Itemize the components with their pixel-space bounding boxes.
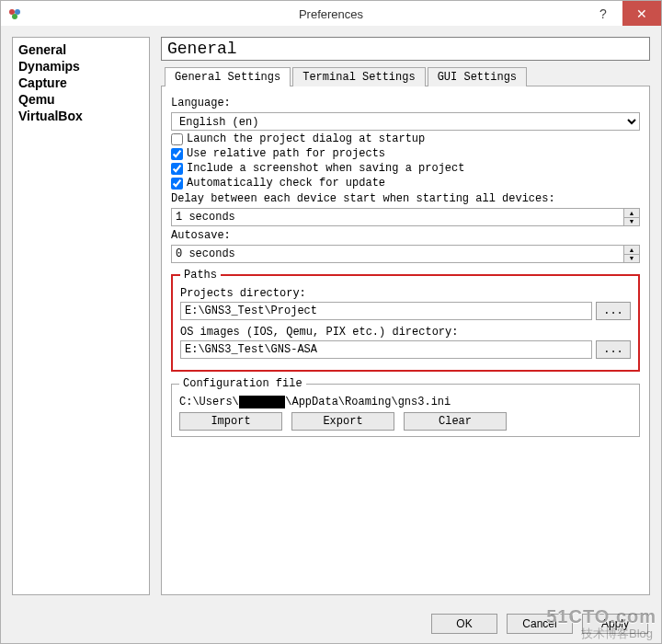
window-title: Preferences	[1, 7, 661, 21]
tab-gui-settings[interactable]: GUI Settings	[428, 67, 527, 86]
category-sidebar: General Dynamips Capture Qemu VirtualBox	[12, 37, 150, 595]
screenshot-checkbox[interactable]	[171, 163, 183, 175]
language-label: Language:	[171, 97, 640, 109]
tab-general-settings[interactable]: General Settings	[165, 67, 291, 86]
config-file-legend: Configuration file	[179, 377, 306, 390]
export-button[interactable]: Export	[291, 412, 394, 431]
update-checkbox[interactable]	[171, 178, 183, 190]
import-button[interactable]: Import	[179, 412, 282, 431]
update-check[interactable]: Automatically check for update	[171, 177, 640, 190]
autosave-down[interactable]: ▼	[624, 255, 639, 263]
ok-button[interactable]: OK	[431, 614, 497, 634]
help-button[interactable]: ?	[584, 1, 622, 27]
clear-button[interactable]: Clear	[404, 412, 507, 431]
watermark-main: 51CTO.com	[546, 606, 656, 627]
tab-bar: General Settings Terminal Settings GUI S…	[165, 66, 650, 86]
config-file-path: C:\Users\xxxxxxx\AppData\Roaming\gns3.in…	[179, 396, 632, 408]
screenshot-label: Include a screenshot when saving a proje…	[187, 162, 464, 175]
sidebar-item-qemu[interactable]: Qemu	[18, 91, 143, 108]
watermark-sub: 技术博客Blog	[581, 626, 653, 642]
delay-label: Delay between each device start when sta…	[171, 192, 640, 205]
close-button[interactable]: ✕	[622, 1, 661, 27]
delay-spinner[interactable]: ▲▼	[171, 208, 640, 226]
projects-dir-input[interactable]	[180, 302, 592, 320]
sidebar-item-dynamips[interactable]: Dynamips	[18, 58, 143, 75]
delay-down[interactable]: ▼	[624, 218, 639, 226]
os-images-dir-label: OS images (IOS, Qemu, PIX etc.) director…	[180, 326, 631, 339]
paths-group: Paths Projects directory: ... OS images …	[171, 269, 640, 372]
tab-terminal-settings[interactable]: Terminal Settings	[292, 67, 425, 86]
tab-pane: Language: English (en) Launch the projec…	[161, 86, 650, 595]
paths-legend: Paths	[180, 269, 221, 282]
titlebar: Preferences ? ✕	[0, 0, 662, 28]
relative-path-check[interactable]: Use relative path for projects	[171, 147, 640, 160]
sidebar-item-virtualbox[interactable]: VirtualBox	[18, 108, 143, 124]
projects-dir-label: Projects directory:	[180, 287, 631, 300]
delay-input[interactable]	[171, 208, 624, 226]
relative-path-label: Use relative path for projects	[187, 147, 385, 160]
dialog-body: General Dynamips Capture Qemu VirtualBox…	[0, 26, 662, 644]
os-images-dir-browse[interactable]: ...	[596, 340, 631, 359]
relative-path-checkbox[interactable]	[171, 148, 183, 160]
content-pane: General General Settings Terminal Settin…	[161, 37, 650, 595]
autosave-label: Autosave:	[171, 229, 640, 242]
os-images-dir-input[interactable]	[180, 340, 592, 359]
config-file-group: Configuration file C:\Users\xxxxxxx\AppD…	[171, 377, 640, 437]
autosave-spinner[interactable]: ▲▼	[171, 245, 640, 263]
sidebar-item-capture[interactable]: Capture	[18, 75, 143, 91]
screenshot-check[interactable]: Include a screenshot when saving a proje…	[171, 162, 640, 175]
projects-dir-browse[interactable]: ...	[596, 302, 631, 320]
launch-dialog-check[interactable]: Launch the project dialog at startup	[171, 132, 640, 145]
launch-dialog-checkbox[interactable]	[171, 133, 183, 145]
launch-dialog-label: Launch the project dialog at startup	[187, 132, 425, 145]
page-heading: General	[161, 37, 650, 61]
language-select[interactable]: English (en)	[171, 112, 640, 131]
autosave-input[interactable]	[171, 245, 624, 263]
delay-up[interactable]: ▲	[624, 209, 639, 218]
autosave-up[interactable]: ▲	[624, 246, 639, 255]
update-label: Automatically check for update	[187, 177, 385, 190]
sidebar-item-general[interactable]: General	[18, 41, 143, 58]
